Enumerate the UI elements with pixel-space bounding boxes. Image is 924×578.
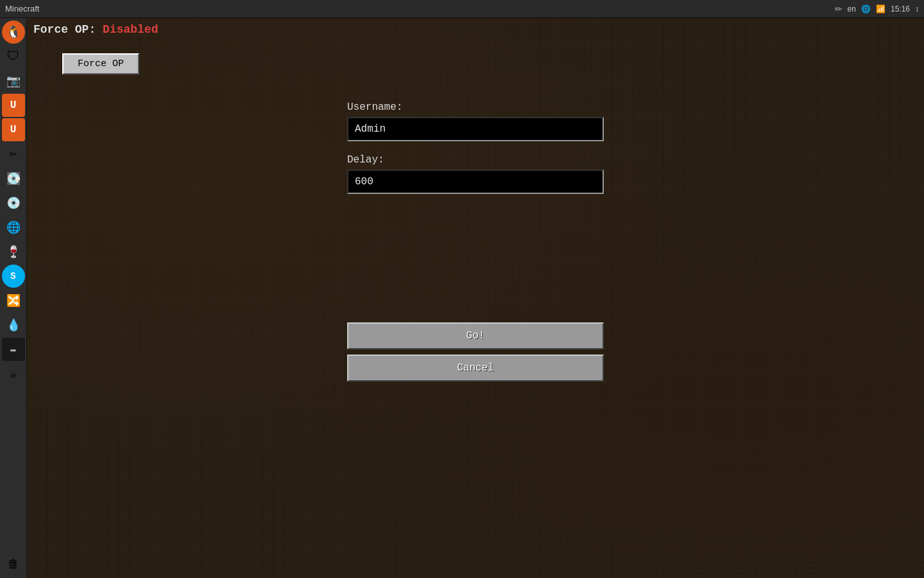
language-indicator: en [848,4,856,13]
app3-icon[interactable]: 🔀 [2,289,25,312]
trash-icon[interactable]: 🗑 [2,552,25,575]
main-area: 🐧 🛡 📷 U U ✂️ 💽 💿 🌐 🍷 S [0,18,924,578]
minecraft-window: Force OP: Disabled Force OP Username: De… [27,18,924,578]
skype-icon[interactable]: S [2,265,25,288]
titlebar: Minecraft ✏ en 🌐 📶 15:16 ↕ [0,0,924,18]
scissors-icon[interactable]: ✂️ [2,143,25,166]
cancel-button[interactable]: Cancel [347,355,604,381]
form-container: Username: Delay: Go! Cancel [347,101,604,387]
delay-label: Delay: [347,154,604,166]
window-title: Minecraft [5,4,835,13]
pen-icon: ✏ [835,4,843,14]
status-label: Force OP: [33,23,96,36]
status-bar: Force OP: Disabled [33,23,158,36]
disk2-icon[interactable]: 💿 [2,191,25,215]
clock: 15:16 [891,4,910,13]
app2-icon[interactable]: U [2,118,25,141]
taskbar: 🐧 🛡 📷 U U ✂️ 💽 💿 🌐 🍷 S [0,18,27,578]
cursor-icon: ↕ [915,4,919,13]
username-label: Username: [347,101,604,113]
username-input[interactable] [347,117,604,141]
force-op-button[interactable]: Force OP [62,53,139,74]
wine-icon[interactable]: 🍷 [2,240,25,263]
chrome-icon[interactable]: 🌐 [2,216,25,239]
go-button[interactable]: Go! [347,322,604,349]
ubuntu-icon[interactable]: 🐧 [2,21,25,44]
photo-icon[interactable]: 📷 [2,69,25,92]
network-icon: 🌐 [861,4,871,13]
java-icon[interactable]: ☕ [2,362,25,385]
signal-icon: 📶 [876,4,886,13]
app4-icon[interactable]: 💧 [2,313,25,337]
app1-icon[interactable]: U [2,94,25,117]
status-state: Disabled [103,23,158,36]
shield-app-icon[interactable]: 🛡 [2,45,25,68]
titlebar-right: ✏ en 🌐 📶 15:16 ↕ [835,4,919,14]
delay-input[interactable] [347,170,604,194]
terminal-icon[interactable]: ▬ [2,338,25,361]
disk1-icon[interactable]: 💽 [2,167,25,190]
